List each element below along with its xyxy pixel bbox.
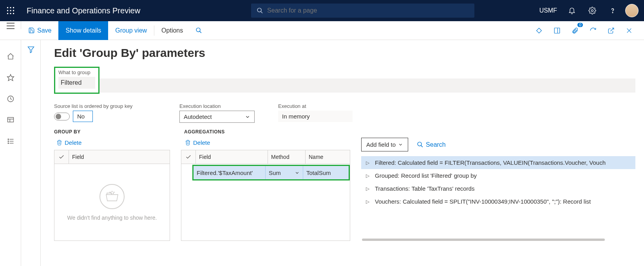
aggregations-title: AGGREGATIONS: [181, 129, 350, 135]
groupby-check-header[interactable]: [54, 154, 69, 160]
svg-line-17: [200, 31, 201, 33]
groupby-panel: GROUP BY Delete Field We: [54, 129, 170, 241]
group-view-button[interactable]: Group view: [108, 21, 154, 40]
svg-point-9: [257, 8, 261, 12]
bell-icon[interactable]: [564, 3, 580, 18]
left-rail: [0, 40, 21, 266]
groupby-col-field[interactable]: Field: [69, 150, 170, 164]
workspace-icon[interactable]: [3, 112, 18, 128]
chevron-down-icon: [295, 170, 300, 175]
agg-col-name[interactable]: Name: [305, 150, 350, 164]
svg-rect-2: [13, 7, 14, 8]
tree-item[interactable]: ▷ Filtered: Calculated field = FILTER(Tr…: [361, 156, 635, 169]
tree-scrollbar[interactable]: [362, 239, 605, 241]
agg-row-name[interactable]: TotalSum: [303, 166, 349, 179]
tree-item-label: Vouchers: Calculated field = SPLIT("INV-…: [375, 198, 591, 205]
show-details-button[interactable]: Show details: [58, 21, 108, 40]
svg-line-10: [261, 11, 262, 13]
options-button[interactable]: Options: [154, 21, 190, 40]
tree-search-label: Search: [426, 141, 446, 148]
save-button[interactable]: Save: [21, 21, 58, 40]
svg-line-42: [421, 146, 423, 147]
filter-column: [21, 40, 41, 266]
global-search-input[interactable]: [267, 7, 469, 14]
svg-point-11: [591, 10, 593, 12]
tree-panel: Add field to Search ▷ Filtered: Calculat…: [361, 129, 635, 241]
home-icon[interactable]: [3, 49, 18, 64]
empty-folder-icon: [99, 184, 125, 209]
attachments-button[interactable]: 0: [568, 24, 582, 38]
agg-row-field[interactable]: Filtered.'$TaxAmount': [194, 166, 266, 179]
filter-icon[interactable]: [27, 46, 35, 266]
groupby-delete-button[interactable]: Delete: [56, 139, 170, 146]
exec-loc-value: Autodetect: [184, 113, 212, 120]
exec-loc-select[interactable]: Autodetect: [179, 111, 255, 123]
tree-item[interactable]: ▷ Vouchers: Calculated field = SPLIT("IN…: [361, 195, 635, 208]
aggregations-delete-button[interactable]: Delete: [185, 139, 350, 146]
options-label: Options: [161, 27, 183, 34]
aggregations-grid-body: Filtered.'$TaxAmount' Sum TotalSum: [181, 164, 350, 241]
svg-marker-24: [7, 75, 14, 81]
svg-line-21: [611, 28, 614, 31]
close-icon[interactable]: [622, 24, 636, 38]
groupby-grid-body: We didn't find anything to show here.: [54, 164, 170, 241]
refresh-icon[interactable]: [586, 24, 600, 38]
task-pane-icon[interactable]: [550, 24, 564, 38]
action-bar: Save Show details Group view Options 0: [0, 21, 644, 40]
tree-caret-icon: ▷: [366, 186, 369, 191]
svg-rect-4: [10, 10, 11, 11]
star-icon[interactable]: [3, 70, 18, 86]
tree-item-label: Transactions: Table 'TaxTrans' records: [375, 185, 474, 192]
agg-check-header[interactable]: [181, 154, 195, 160]
ordered-toggle[interactable]: [54, 113, 70, 120]
agg-row-method-value: Sum: [269, 169, 281, 176]
tree-item-label: Filtered: Calculated field = FILTER(Tran…: [375, 159, 606, 166]
what-to-group-value[interactable]: Filtered: [58, 77, 95, 89]
tree-caret-icon: ▷: [366, 160, 369, 166]
svg-rect-18: [537, 28, 542, 33]
popout-icon[interactable]: [604, 24, 618, 38]
svg-point-29: [8, 139, 9, 140]
gear-icon[interactable]: [584, 3, 600, 18]
svg-rect-3: [7, 10, 8, 11]
groupby-delete-label: Delete: [65, 139, 81, 146]
svg-rect-26: [7, 117, 13, 122]
tree-item[interactable]: ▷ Grouped: Record list 'Filtered' group …: [361, 169, 635, 182]
tree-item[interactable]: ▷ Transactions: Table 'TaxTrans' records: [361, 182, 635, 195]
aggregations-delete-label: Delete: [193, 139, 210, 146]
groupby-empty-text: We didn't find anything to show here.: [67, 215, 157, 221]
global-search[interactable]: [251, 4, 474, 18]
svg-point-31: [8, 141, 9, 142]
agg-col-method[interactable]: Method: [268, 150, 305, 164]
action-search-button[interactable]: [190, 21, 208, 40]
svg-rect-7: [10, 13, 11, 14]
svg-rect-6: [7, 13, 8, 14]
svg-point-41: [418, 142, 421, 146]
diamond-icon[interactable]: [532, 24, 546, 38]
group-view-label: Group view: [115, 27, 147, 34]
svg-marker-35: [28, 47, 34, 53]
company-code[interactable]: USMF: [539, 7, 559, 14]
svg-point-16: [196, 28, 200, 32]
chevron-down-icon: [398, 142, 403, 147]
tree-search-button[interactable]: Search: [417, 141, 446, 148]
top-navbar: Finance and Operations Preview USMF: [0, 0, 644, 21]
main-content: Edit 'Group By' parameters What to group…: [41, 40, 644, 266]
what-to-group-bg: [99, 78, 635, 93]
user-avatar[interactable]: [625, 4, 639, 17]
agg-row-highlighted[interactable]: Filtered.'$TaxAmount' Sum TotalSum: [192, 165, 350, 180]
agg-col-field[interactable]: Field: [195, 150, 268, 164]
modules-icon[interactable]: [3, 133, 18, 149]
agg-row-method[interactable]: Sum: [266, 166, 303, 179]
chevron-down-icon: [245, 114, 250, 120]
hamburger-icon[interactable]: [0, 21, 21, 29]
page-title: Edit 'Group By' parameters: [54, 46, 635, 60]
add-field-button[interactable]: Add field to: [361, 138, 408, 151]
aggregations-panel: AGGREGATIONS Delete Field Method Name: [181, 129, 350, 241]
clock-icon[interactable]: [3, 91, 18, 107]
exec-at-value: In memory: [278, 111, 353, 122]
ordered-value[interactable]: No: [73, 111, 93, 122]
waffle-icon[interactable]: [0, 7, 21, 14]
svg-point-36: [110, 192, 110, 193]
help-icon[interactable]: [605, 3, 620, 18]
